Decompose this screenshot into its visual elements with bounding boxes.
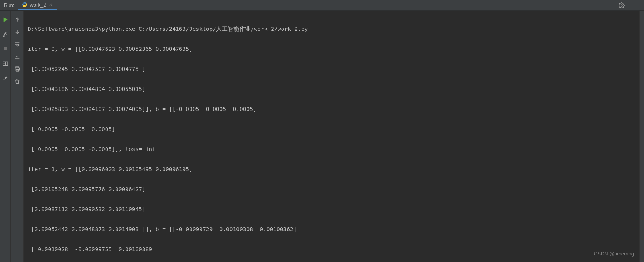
console-output[interactable]: D:\Software\anaconda3\python.exe C:/User… bbox=[24, 11, 639, 262]
run-actions-primary bbox=[0, 11, 11, 262]
down-arrow-button[interactable] bbox=[14, 29, 21, 35]
top-bar: Run: work_2 × — bbox=[0, 0, 644, 11]
rerun-button[interactable] bbox=[2, 16, 9, 23]
svg-rect-5 bbox=[5, 62, 7, 65]
run-panel-label: Run: bbox=[0, 0, 18, 10]
pin-button[interactable] bbox=[2, 75, 9, 82]
soft-wrap-button[interactable] bbox=[14, 41, 21, 48]
console-line: [0.00043186 0.00044894 0.00055015] bbox=[28, 84, 636, 94]
python-icon bbox=[22, 2, 27, 7]
svg-rect-3 bbox=[3, 62, 5, 63]
svg-rect-2 bbox=[4, 47, 7, 50]
trash-button[interactable] bbox=[14, 78, 21, 85]
hide-button[interactable]: — bbox=[629, 0, 644, 10]
svg-point-0 bbox=[621, 5, 622, 6]
console-line: [0.00052442 0.00048873 0.0014903 ]], b =… bbox=[28, 224, 636, 234]
console-line: [ 0.0005 0.0005 -0.0005]], loss= inf bbox=[28, 144, 636, 154]
console-line: [0.00087112 0.00090532 0.00110945] bbox=[28, 204, 636, 214]
topbar-spacer bbox=[57, 0, 614, 10]
svg-rect-4 bbox=[3, 64, 5, 65]
console-line: D:\Software\anaconda3\python.exe C:/User… bbox=[28, 24, 636, 34]
svg-marker-1 bbox=[4, 18, 7, 22]
wrench-button[interactable] bbox=[2, 31, 9, 38]
console-line: [0.00052245 0.00047507 0.0004775 ] bbox=[28, 64, 636, 74]
run-config-tab[interactable]: work_2 × bbox=[18, 0, 57, 10]
console-line: iter = 1, w = [[0.00096003 0.00105495 0.… bbox=[28, 164, 636, 174]
scroll-to-end-button[interactable] bbox=[14, 53, 21, 60]
console-line: [0.00025893 0.00024107 0.00074095]], b =… bbox=[28, 104, 636, 114]
vertical-scrollbar[interactable] bbox=[639, 11, 644, 262]
run-actions-secondary bbox=[11, 11, 24, 262]
console-line: [0.00105248 0.00095776 0.00096427] bbox=[28, 184, 636, 194]
layout-button[interactable] bbox=[2, 60, 9, 67]
tab-label: work_2 bbox=[30, 2, 46, 8]
settings-button[interactable] bbox=[614, 0, 629, 10]
close-icon[interactable]: × bbox=[48, 2, 53, 8]
watermark: CSDN @timerring bbox=[594, 249, 634, 259]
console-line: [ 0.0010028 -0.00099755 0.00100389] bbox=[28, 244, 636, 254]
stop-button[interactable] bbox=[2, 45, 9, 52]
print-button[interactable] bbox=[14, 66, 21, 72]
console-line: iter = 0, w = [[0.00047623 0.00052365 0.… bbox=[28, 44, 636, 54]
up-arrow-button[interactable] bbox=[14, 16, 21, 23]
console-line: [ 0.0005 -0.0005 0.0005] bbox=[28, 124, 636, 134]
body-row: D:\Software\anaconda3\python.exe C:/User… bbox=[0, 11, 644, 262]
